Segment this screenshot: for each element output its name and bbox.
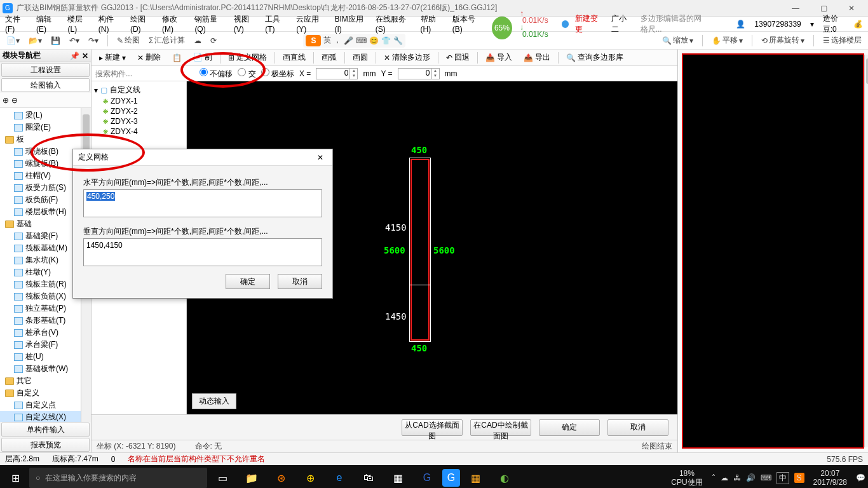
- tree-node[interactable]: 独立基础(P): [0, 302, 91, 315]
- start-button[interactable]: ⊞: [3, 465, 28, 488]
- define-grid-button[interactable]: ⊞ 定义网格: [224, 51, 271, 64]
- new-file-icon[interactable]: 📄▾: [4, 35, 22, 46]
- menu-help[interactable]: 帮助(H): [418, 13, 446, 35]
- clock[interactable]: 20:072017/9/28: [810, 469, 851, 487]
- menu-floor[interactable]: 楼层(L): [65, 13, 92, 35]
- dialog-ok-button[interactable]: 确定: [226, 274, 270, 289]
- from-cad-button[interactable]: 从CAD选择截面图: [402, 419, 463, 436]
- scale-button[interactable]: 🔍 缩放 ▾: [660, 34, 696, 47]
- open-icon[interactable]: 📂▾: [26, 35, 44, 46]
- export-button[interactable]: 📤 导出: [520, 51, 554, 64]
- tab-project-settings[interactable]: 工程设置: [1, 63, 90, 77]
- preview-scrollbar[interactable]: [864, 55, 868, 447]
- store-icon[interactable]: 🛍: [355, 465, 383, 488]
- clear-poly-button[interactable]: ✕ 清除多边形: [380, 51, 434, 64]
- tree-node[interactable]: 条形基础(T): [0, 315, 91, 327]
- tree-node[interactable]: 自定义线(X): [0, 411, 91, 422]
- tree-node[interactable]: 其它: [0, 375, 91, 387]
- app-icon-2[interactable]: ⊛: [267, 465, 295, 488]
- ime-bar[interactable]: S 英 ，🎤⌨😊👕🔧: [303, 34, 405, 48]
- cpu-meter[interactable]: 18%CPU使用: [667, 469, 706, 487]
- menu-cloud[interactable]: 云应用(Y): [294, 13, 328, 35]
- tray-up-icon[interactable]: ˄: [712, 473, 715, 482]
- menu-component[interactable]: 构件(N): [96, 13, 124, 35]
- app-icon-4[interactable]: ▦: [384, 465, 412, 488]
- menu-version[interactable]: 版本号(B): [450, 13, 484, 35]
- app-icon-7[interactable]: ▦: [461, 465, 489, 488]
- cloud-icon[interactable]: ☁: [191, 35, 204, 46]
- select-floor-button[interactable]: ☰ 选择楼层: [820, 34, 864, 47]
- dynamic-input-button[interactable]: 动态输入: [192, 393, 236, 409]
- menu-edit[interactable]: 编辑(E): [34, 13, 62, 35]
- y-input[interactable]: 0▲▼: [398, 68, 440, 79]
- h-input[interactable]: 450,250: [83, 189, 322, 217]
- preview-canvas[interactable]: [682, 53, 864, 449]
- tray-lang[interactable]: 中: [776, 472, 789, 484]
- tree-node[interactable]: 桩承台(V): [0, 327, 91, 339]
- menu-online[interactable]: 在线服务(S): [373, 13, 414, 35]
- tab-report-preview[interactable]: 报表预览: [1, 438, 90, 452]
- draw-line-button[interactable]: 画直线: [279, 51, 309, 64]
- tree-node[interactable]: 自定义: [0, 387, 91, 399]
- new-change-button[interactable]: 新建变更: [573, 12, 605, 36]
- radio-no-offset[interactable]: 不偏移: [200, 68, 233, 79]
- delete-button[interactable]: ✕ 删除: [133, 51, 165, 64]
- undo-button[interactable]: ↶ 回退: [442, 51, 473, 64]
- menu-file[interactable]: 文件(F): [3, 13, 30, 35]
- taskbar-search[interactable]: ○ 在这里输入你要搜索的内容: [29, 468, 207, 488]
- v-input[interactable]: 1450,4150: [83, 238, 322, 266]
- menu-modify[interactable]: 修改(M): [159, 13, 188, 35]
- menu-rebar[interactable]: 钢筋量(Q): [192, 13, 227, 35]
- tree-node[interactable]: 基础板带(W): [0, 363, 91, 375]
- tray-vol-icon[interactable]: 🔊: [746, 473, 756, 482]
- import-button[interactable]: 📥 导入: [482, 51, 516, 64]
- collapse-icon[interactable]: ⊖: [11, 96, 18, 105]
- phone-label[interactable]: 13907298339: [752, 18, 803, 30]
- pin-icon[interactable]: 📌: [70, 51, 79, 60]
- menu-view[interactable]: 视图(V): [231, 13, 259, 35]
- copy-button[interactable]: 📋: [168, 52, 186, 64]
- radio-polar[interactable]: 极坐标: [261, 68, 294, 79]
- save-icon[interactable]: 💾: [48, 35, 63, 46]
- dialog-cancel-button[interactable]: 取消: [278, 274, 322, 289]
- notification-icon[interactable]: 💬: [856, 473, 865, 482]
- draw-button[interactable]: ✎ 绘图: [114, 34, 142, 47]
- app-icon-1[interactable]: 📁: [238, 465, 266, 488]
- plus-icon[interactable]: [562, 20, 569, 28]
- speed-indicator[interactable]: 65%: [492, 17, 512, 39]
- tree-node[interactable]: 桩(U): [0, 351, 91, 363]
- menu-draw[interactable]: 绘图(D): [128, 13, 156, 35]
- tray-sogou-icon[interactable]: S: [794, 473, 804, 483]
- user-label[interactable]: 广小二: [609, 12, 634, 36]
- tree-node[interactable]: 承台梁(F): [0, 339, 91, 351]
- app-icon-6[interactable]: G: [442, 469, 460, 487]
- radio-intersect[interactable]: 交: [238, 68, 255, 79]
- menu-tools[interactable]: 工具(T): [262, 13, 290, 35]
- app-icon-3[interactable]: ⊕: [296, 465, 324, 488]
- tray-kb-icon[interactable]: ⌨: [761, 473, 771, 482]
- system-tray[interactable]: 18%CPU使用 ˄ ☁ 🖧 🔊 ⌨ 中 S 20:072017/9/28 💬: [667, 469, 865, 487]
- undo-icon[interactable]: ↶▾: [67, 35, 82, 46]
- draw-in-cad-button[interactable]: 在CAD中绘制截面图: [470, 419, 531, 436]
- pan-button[interactable]: ✋ 平移 ▾: [709, 34, 745, 47]
- ok-button[interactable]: 确定: [539, 419, 600, 436]
- draw-arc-button[interactable]: 画弧: [318, 51, 341, 64]
- tab-draw-input[interactable]: 绘图输入: [1, 78, 90, 92]
- dialog-close-icon[interactable]: ✕: [313, 153, 327, 162]
- tray-cloud-icon[interactable]: ☁: [721, 473, 728, 482]
- expand-icon[interactable]: ⊕: [3, 96, 9, 105]
- tree-node[interactable]: 自定义点: [0, 399, 91, 411]
- tree-node[interactable]: 梁(L): [0, 109, 91, 121]
- task-view-icon[interactable]: ▭: [208, 465, 236, 488]
- menu-bim[interactable]: BIM应用(I): [332, 13, 369, 35]
- ime-lang[interactable]: 英: [323, 35, 331, 46]
- app-icon-5[interactable]: G: [413, 465, 441, 488]
- cancel-button[interactable]: 取消: [607, 419, 668, 436]
- query-button[interactable]: 🔍 查询多边形库: [562, 51, 627, 64]
- new-button[interactable]: ▸ 新建 ▾: [95, 51, 130, 64]
- refresh-icon[interactable]: ⟳: [208, 35, 219, 46]
- tree-node[interactable]: 圈梁(E): [0, 121, 91, 133]
- app-icon-8[interactable]: ◐: [491, 465, 519, 488]
- paste-button[interactable]: 📄 制: [189, 51, 216, 64]
- x-input[interactable]: 0▲▼: [316, 68, 358, 79]
